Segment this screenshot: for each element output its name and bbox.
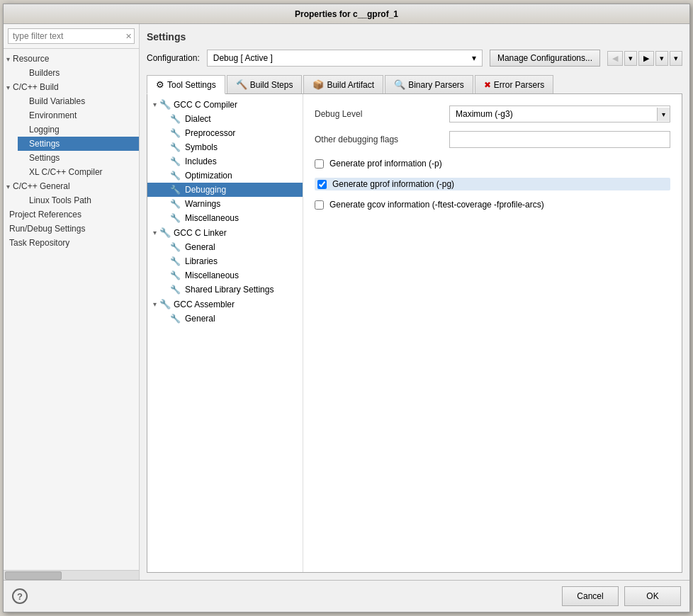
- tool-item-label: Shared Library Settings: [185, 285, 274, 295]
- tab-label-binary-parsers: Binary Parsers: [408, 80, 464, 90]
- debugging-settings-panel: Debug Level Maximum (-g3) ▾ Other debugg…: [303, 94, 682, 572]
- tool-item-label: Includes: [185, 156, 217, 166]
- tool-tree-linker-children: 🔧 General 🔧 Libraries 🔧 Miscellaneous: [147, 240, 303, 297]
- checkbox-gen-gcov: Generate gcov information (-ftest-covera…: [315, 198, 670, 212]
- tool-settings-icon: ⚙: [156, 79, 164, 90]
- tool-tree-shared-lib[interactable]: 🔧 Shared Library Settings: [147, 283, 303, 297]
- expand-icon: ▾: [6, 183, 10, 190]
- tool-tree-gcc-c-linker[interactable]: ▾ 🔧 GCC C Linker: [147, 225, 303, 240]
- tool-tree-gcc-assembler[interactable]: ▾ 🔧 GCC Assembler: [147, 297, 303, 312]
- debug-level-select[interactable]: Maximum (-g3) ▾: [449, 105, 670, 122]
- sidebar-item-xl-ccpp[interactable]: XL C/C++ Compiler: [18, 165, 139, 179]
- tool-tree-debugging[interactable]: 🔧 Debugging: [147, 183, 303, 197]
- debug-level-label: Debug Level: [315, 109, 442, 119]
- gen-prof-checkbox[interactable]: [315, 159, 324, 169]
- tool-tree-misc2[interactable]: 🔧 Miscellaneous: [147, 268, 303, 283]
- tool-tree-libraries[interactable]: 🔧 Libraries: [147, 254, 303, 268]
- sidebar-children-ccpp: Build Variables Environment Logging Sett…: [4, 94, 139, 179]
- tab-build-artifact[interactable]: 📦 Build Artifact: [303, 75, 383, 93]
- left-tree: ▾ Resource Builders ▾ C/C++ Build Build …: [4, 49, 139, 570]
- binary-parsers-icon: 🔍: [394, 79, 405, 90]
- debug-level-row: Debug Level Maximum (-g3) ▾: [315, 105, 670, 122]
- filter-input[interactable]: [8, 28, 135, 44]
- tool-tree-gcc-c-children: 🔧 Dialect 🔧 Preprocessor 🔧 Symbols: [147, 112, 303, 225]
- filter-clear-icon[interactable]: ✕: [125, 32, 132, 41]
- sidebar-item-ccpp-general[interactable]: ▾ C/C++ General: [4, 179, 139, 193]
- tool-icon-gcc-linker: 🔧: [159, 227, 171, 238]
- tab-binary-parsers[interactable]: 🔍 Binary Parsers: [385, 75, 473, 93]
- scrollbar-thumb[interactable]: [5, 571, 62, 580]
- tool-item-icon: 🔧: [170, 185, 181, 195]
- nav-back-button[interactable]: ◀: [607, 51, 623, 66]
- ok-button[interactable]: OK: [624, 586, 681, 606]
- tool-tree-symbols[interactable]: 🔧 Symbols: [147, 140, 303, 154]
- help-button[interactable]: ?: [12, 588, 28, 604]
- tab-label-tool-settings: Tool Settings: [167, 80, 216, 90]
- other-flags-row: Other debugging flags: [315, 131, 670, 148]
- sidebar-item-project-references[interactable]: Project References: [4, 207, 139, 222]
- cancel-button[interactable]: Cancel: [562, 586, 619, 606]
- gen-prof-label: Generate prof information (-p): [329, 159, 442, 169]
- tool-item-icon: 🔧: [170, 314, 181, 324]
- sidebar-item-task-repository[interactable]: Task Repository: [4, 236, 139, 250]
- config-label: Configuration:: [147, 53, 200, 63]
- sidebar-item-environment[interactable]: Environment: [18, 108, 139, 122]
- tool-item-label: Libraries: [185, 256, 218, 266]
- tab-error-parsers[interactable]: ✖ Error Parsers: [475, 75, 553, 93]
- tool-tree-general2[interactable]: 🔧 General: [147, 312, 303, 326]
- tabs-bar: ⚙ Tool Settings 🔨 Build Steps 📦 Build Ar…: [147, 75, 682, 94]
- tool-tree-includes[interactable]: 🔧 Includes: [147, 154, 303, 169]
- tool-item-label: General: [185, 314, 215, 324]
- sidebar-item-run-debug[interactable]: Run/Debug Settings: [4, 222, 139, 236]
- manage-configurations-button[interactable]: Manage Configurations...: [490, 50, 600, 67]
- config-row: Configuration: Debug [ Active ] ▾ Manage…: [147, 50, 682, 67]
- sidebar-children-general: Linux Tools Path: [4, 193, 139, 207]
- tool-label-gcc-c-compiler: GCC C Compiler: [174, 100, 237, 110]
- config-value: Debug [ Active ]: [213, 53, 273, 63]
- nav-arrows: ◀ ▾ ▶ ▾ ▾: [607, 51, 682, 66]
- tool-item-icon: 🔧: [170, 199, 181, 209]
- tool-icon-gcc-assembler: 🔧: [159, 299, 171, 309]
- tool-item-label: Warnings: [185, 199, 220, 209]
- nav-forward-dropdown[interactable]: ▾: [655, 51, 668, 66]
- sidebar-item-label: C/C++ Build: [13, 82, 59, 92]
- tool-tree-gcc-c-compiler[interactable]: ▾ 🔧 GCC C Compiler: [147, 97, 303, 112]
- properties-dialog: Properties for c__gprof_1 ✕ ▾ Resource B…: [3, 4, 690, 612]
- sidebar-item-tool-chain-editor[interactable]: Settings: [18, 151, 139, 165]
- tool-tree-misc1[interactable]: 🔧 Miscellaneous: [147, 211, 303, 225]
- tool-tree-warnings[interactable]: 🔧 Warnings: [147, 197, 303, 211]
- tool-tree-preprocessor[interactable]: 🔧 Preprocessor: [147, 126, 303, 140]
- nav-back-dropdown[interactable]: ▾: [624, 51, 637, 66]
- tool-item-label: Optimization: [185, 171, 232, 181]
- sidebar-item-ccpp-build[interactable]: ▾ C/C++ Build: [4, 80, 139, 94]
- gen-gprof-checkbox[interactable]: [317, 180, 327, 189]
- sidebar-item-build-variables[interactable]: Build Variables: [18, 94, 139, 108]
- tool-label-gcc-assembler: GCC Assembler: [174, 300, 235, 309]
- tool-item-icon: 🔧: [170, 128, 181, 138]
- tool-settings-tree: ▾ 🔧 GCC C Compiler 🔧 Dialect 🔧 Preproces…: [147, 94, 303, 572]
- tool-label-gcc-c-linker: GCC C Linker: [174, 228, 227, 238]
- config-select[interactable]: Debug [ Active ] ▾: [207, 50, 483, 67]
- sidebar-item-resource[interactable]: ▾ Resource: [4, 52, 139, 66]
- action-buttons: Cancel OK: [562, 586, 681, 606]
- nav-menu-button[interactable]: ▾: [670, 51, 682, 66]
- tab-build-steps[interactable]: 🔨 Build Steps: [227, 75, 303, 93]
- tool-tree-dialect[interactable]: 🔧 Dialect: [147, 112, 303, 126]
- gen-gcov-checkbox[interactable]: [315, 200, 324, 210]
- tool-item-label: Dialect: [185, 114, 211, 124]
- build-steps-icon: 🔨: [236, 79, 247, 90]
- scrollbar-bottom[interactable]: [4, 570, 139, 580]
- tool-tree-optimization[interactable]: 🔧 Optimization: [147, 169, 303, 183]
- expand-gcc-c: ▾: [153, 101, 157, 108]
- tab-label-error-parsers: Error Parsers: [494, 80, 544, 90]
- other-flags-input[interactable]: [449, 131, 670, 148]
- sidebar-item-settings[interactable]: Settings: [18, 137, 139, 151]
- sidebar-item-linux-tools[interactable]: Linux Tools Path: [18, 193, 139, 207]
- tab-tool-settings[interactable]: ⚙ Tool Settings: [147, 75, 225, 94]
- expand-icon: ▾: [6, 55, 10, 63]
- sidebar-item-builders[interactable]: Builders: [18, 66, 139, 80]
- tool-tree-general1[interactable]: 🔧 General: [147, 240, 303, 254]
- sidebar-item-logging[interactable]: Logging: [18, 122, 139, 137]
- expand-gcc-assembler: ▾: [153, 300, 157, 308]
- nav-forward-button[interactable]: ▶: [638, 51, 654, 66]
